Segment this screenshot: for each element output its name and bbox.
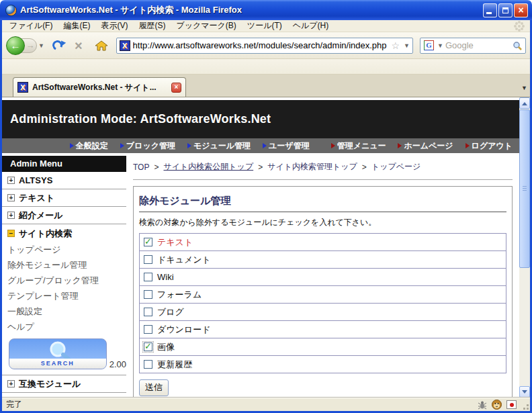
tab-bar: X ArtSoftwareWorks.Net - サイト... × ▼ — [2, 75, 530, 97]
window-border — [0, 20, 2, 413]
browser-window: ArtSoftwareWorks.Net - サイト内検索 - Mozilla … — [0, 0, 532, 413]
arrow-icon — [70, 143, 74, 148]
plus-icon[interactable]: + — [7, 212, 15, 219]
module-checkbox-image[interactable] — [144, 342, 152, 351]
sidebar-link-group-block[interactable]: グループ/ブロック管理 — [2, 273, 126, 288]
bug-icon[interactable] — [478, 400, 487, 410]
minus-icon[interactable]: − — [7, 230, 15, 237]
status-bar: 完了 — [2, 398, 530, 411]
module-checkbox-download[interactable] — [144, 325, 152, 334]
page-viewport: Administration Mode: ArtSoftwareWorks.Ne… — [2, 97, 530, 398]
module-row: 画像 — [139, 338, 506, 356]
menu-tools[interactable]: ツール(T) — [242, 19, 287, 32]
stop-button[interactable]: × — [75, 39, 83, 52]
module-checkbox-wiki[interactable] — [144, 273, 152, 281]
japan-flag-icon[interactable] — [506, 400, 517, 409]
menu-file[interactable]: ファイル(F) — [5, 19, 57, 32]
tab-list-dropdown-icon[interactable]: ▼ — [521, 85, 527, 91]
nav-logout[interactable]: ログアウト — [466, 140, 513, 152]
bookmark-star-icon[interactable]: ☆ — [392, 41, 400, 50]
bookmarks-toolbar — [2, 59, 530, 75]
minimize-button[interactable] — [483, 3, 497, 17]
sidebar-item-altsys[interactable]: + ALTSYS — [2, 172, 126, 189]
tab-close-button[interactable]: × — [171, 83, 181, 93]
search-logo-label: SEARCH — [9, 359, 106, 369]
page-title: 除外モジュール管理 — [139, 195, 506, 208]
nav-block-admin[interactable]: ブロック管理 — [120, 140, 175, 152]
vertical-scrollbar[interactable] — [519, 97, 530, 398]
resize-grip[interactable] — [527, 408, 529, 410]
menu-help[interactable]: ヘルプ(H) — [288, 19, 334, 32]
sidebar-item-compat-modules[interactable]: + 互換モジュール — [2, 375, 126, 393]
search-input[interactable] — [445, 40, 511, 50]
module-checkbox-update-history[interactable] — [144, 360, 152, 369]
sidebar-item-user-modules[interactable]: + ユーザーモジュール — [2, 393, 126, 398]
admin-mode-header: Administration Mode: ArtSoftwareWorks.Ne… — [2, 100, 519, 138]
module-row: テキスト — [139, 233, 506, 251]
title-bar: ArtSoftwareWorks.Net - サイト内検索 - Mozilla … — [0, 0, 532, 20]
monkey-icon[interactable] — [492, 400, 502, 410]
scroll-up-button[interactable] — [519, 97, 530, 109]
url-dropdown-icon[interactable]: ▼ — [404, 42, 410, 49]
menu-history[interactable]: 履歴(S) — [134, 19, 170, 32]
plus-icon[interactable]: + — [7, 380, 15, 387]
plus-icon[interactable]: + — [7, 194, 15, 201]
menu-bar: ファイル(F) 編集(E) 表示(V) 履歴(S) ブックマーク(B) ツール(… — [2, 20, 530, 32]
breadcrumb-search-admin-top[interactable]: サイト内検索管理トップ — [267, 161, 357, 173]
breadcrumb-search-public-top[interactable]: サイト内検索公開トップ — [163, 161, 253, 173]
arrow-icon — [263, 143, 267, 148]
nav-general-settings[interactable]: 全般設定 — [70, 140, 108, 152]
arrow-icon — [331, 143, 335, 148]
submit-button[interactable]: 送信 — [139, 379, 169, 396]
reload-button[interactable] — [51, 39, 64, 52]
sidebar-link-templates[interactable]: テンプレート管理 — [2, 288, 126, 304]
sidebar-item-text[interactable]: + テキスト — [2, 189, 126, 207]
sidebar-item-site-search[interactable]: − サイト内検索 — [2, 224, 126, 242]
sidebar-link-excluded-modules[interactable]: 除外モジュール管理 — [2, 257, 126, 273]
url-bar[interactable]: X ☆ ▼ — [116, 38, 413, 54]
scrollbar-thumb[interactable] — [519, 109, 530, 268]
home-icon — [95, 40, 108, 52]
search-engine-dropdown-icon[interactable]: ▼ — [437, 42, 443, 49]
site-favicon: X — [120, 40, 130, 51]
throbber-icon — [518, 25, 521, 28]
module-label: 更新履歴 — [157, 359, 192, 371]
home-button[interactable] — [95, 40, 108, 52]
breadcrumb: TOP > サイト内検索公開トップ > サイト内検索管理トップ > トップページ — [133, 161, 513, 180]
menu-edit[interactable]: 編集(E) — [58, 19, 95, 32]
module-checkbox-document[interactable] — [144, 255, 152, 264]
search-bar[interactable]: G ▼ — [420, 38, 526, 54]
nav-admin-menu[interactable]: 管理メニュー — [331, 140, 386, 152]
breadcrumb-top[interactable]: TOP — [133, 163, 149, 172]
menu-view[interactable]: 表示(V) — [96, 19, 132, 32]
sidebar-link-general-settings[interactable]: 一般設定 — [2, 304, 126, 319]
search-magnifier-icon[interactable] — [513, 41, 522, 50]
module-label: ダウンロード — [157, 324, 211, 336]
nav-homepage[interactable]: ホームページ — [398, 140, 453, 152]
module-row: フォーラム — [139, 285, 506, 304]
module-checkbox-forum[interactable] — [144, 290, 152, 299]
main-content: TOP > サイト内検索公開トップ > サイト内検索管理トップ > トップページ… — [126, 153, 519, 398]
back-button[interactable]: ← — [6, 36, 25, 55]
plus-icon[interactable]: + — [7, 177, 15, 184]
nav-user-admin[interactable]: ユーザ管理 — [263, 140, 310, 152]
url-input[interactable] — [133, 40, 389, 50]
close-button[interactable]: × — [514, 3, 528, 17]
window-title: ArtSoftwareWorks.Net - サイト内検索 - Mozilla … — [20, 4, 483, 16]
arrow-icon — [120, 143, 124, 148]
breadcrumb-separator: > — [362, 163, 367, 172]
sidebar-link-top-page[interactable]: トップページ — [2, 242, 126, 257]
divider — [139, 212, 506, 212]
menu-bookmarks[interactable]: ブックマーク(B) — [171, 19, 240, 32]
active-tab[interactable]: X ArtSoftwareWorks.Net - サイト... × — [13, 77, 186, 97]
history-dropdown-icon[interactable]: ▼ — [38, 42, 44, 49]
module-label: フォーラム — [157, 289, 202, 301]
nav-module-admin[interactable]: モジュール管理 — [187, 140, 251, 152]
scroll-down-button[interactable] — [519, 386, 530, 398]
module-checkbox-text[interactable] — [144, 238, 152, 246]
sidebar-item-invite-mail[interactable]: + 紹介メール — [2, 207, 126, 224]
sidebar-link-help[interactable]: ヘルプ — [2, 319, 126, 334]
maximize-button[interactable] — [498, 3, 513, 17]
module-checkbox-blog[interactable] — [144, 308, 152, 316]
module-row: ダウンロード — [139, 320, 506, 338]
